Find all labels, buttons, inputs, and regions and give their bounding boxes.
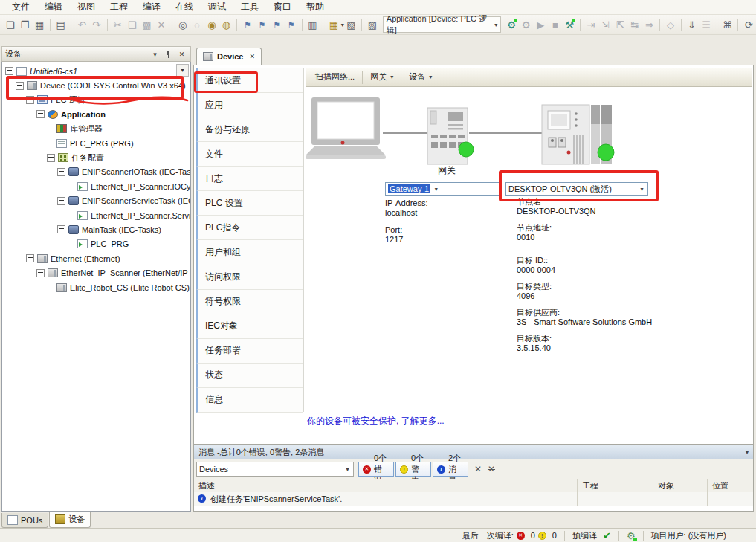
nav-access-rights[interactable]: 访问权限 (196, 265, 303, 290)
nav-iec-objects[interactable]: IEC对象 (196, 314, 303, 339)
collapse-icon[interactable] (57, 168, 65, 176)
collapse-icon[interactable] (16, 82, 24, 90)
tree-filter-dropdown-icon[interactable]: ▾ (176, 64, 189, 77)
column-object[interactable]: 对象 (658, 480, 674, 491)
messages-header[interactable]: 消息 -总计0个错误, 0警告, 2条消息 ▾ (194, 445, 753, 459)
collapse-icon[interactable] (47, 154, 55, 162)
watchlist-icon[interactable]: ☰ (700, 18, 713, 32)
tab-devices[interactable]: 设备 (49, 512, 91, 528)
nav-communication-settings[interactable]: 通讯设置 (196, 68, 303, 93)
paste-icon[interactable]: ▩ (140, 18, 154, 32)
menu-online[interactable]: 在线 (168, 0, 201, 15)
messages-toggle-button[interactable]: 2个消息 (433, 462, 468, 477)
dropdown-icon[interactable]: ▾ (636, 183, 647, 195)
menu-build[interactable]: 编译 (135, 0, 168, 15)
dropdown-icon[interactable]: ▾ (342, 462, 353, 476)
collapse-icon[interactable] (5, 67, 13, 75)
collapse-icon[interactable] (57, 197, 65, 205)
save-icon[interactable]: ▦ (33, 18, 46, 32)
tree-item-task-configuration[interactable]: 任务配置 (2, 150, 190, 164)
incremental-search-icon[interactable]: ◌ (190, 18, 204, 32)
panel-dropdown-icon[interactable]: ▾ (149, 49, 161, 59)
tree-item-device[interactable]: Device (CODESYS Control Win V3 x64) (2, 78, 190, 92)
tree-item-plc-prg-call[interactable]: PLC_PRG (2, 237, 190, 251)
tree-item-main-task[interactable]: MainTask (IEC-Tasks) (2, 222, 190, 236)
collapse-icon[interactable] (26, 96, 34, 104)
find-icon[interactable]: ◎ (176, 18, 190, 32)
menu-view[interactable]: 视图 (70, 0, 103, 15)
menu-edit[interactable]: 编辑 (37, 0, 70, 15)
tree-item-enip-service-task[interactable]: ENIPScannerServiceTask (IEC-Tasks) (2, 194, 190, 208)
collapse-icon[interactable] (36, 110, 45, 118)
collapse-icon[interactable] (36, 269, 45, 277)
bookmark-toggle-icon[interactable]: ⚑ (241, 18, 254, 32)
nav-applications[interactable]: 应用 (196, 93, 303, 117)
copy-icon[interactable]: ❑ (126, 18, 139, 32)
menu-window[interactable]: 窗口 (266, 0, 299, 15)
generate-code-icon[interactable]: ▧ (345, 18, 358, 32)
nav-information[interactable]: 信息 (196, 388, 303, 413)
nav-files[interactable]: 文件 (196, 142, 303, 167)
tree-item-plc-logic[interactable]: PLC 逻辑 (2, 93, 190, 107)
find-in-project-icon[interactable]: ◉ (205, 18, 219, 32)
menu-debug[interactable]: 调试 (201, 0, 233, 15)
message-row[interactable]: 创建任务'ENIPScannerServiceTask'. (194, 492, 753, 506)
target-device-select[interactable]: DESKTOP-OLTV3QN (激活) ▾ (505, 182, 648, 196)
nav-backup-restore[interactable]: 备份与还原 (196, 117, 303, 142)
device-menu-button[interactable]: 设备▾ (404, 70, 437, 84)
dropdown-icon[interactable]: ▾ (430, 183, 442, 195)
start-icon[interactable]: ▶ (534, 18, 547, 32)
messages-header-dropdown-icon[interactable]: ▾ (746, 449, 749, 456)
tree-item-project[interactable]: Untitled6-cs1 (2, 64, 190, 78)
undo-icon[interactable]: ↶ (75, 18, 88, 32)
menu-tools[interactable]: 工具 (233, 0, 266, 15)
tree-item-plc-prg[interactable]: PLC_PRG (PRG) (2, 136, 190, 150)
bookmark-prev-icon[interactable]: ⚑ (270, 18, 283, 32)
cut-icon[interactable]: ✂ (111, 18, 124, 32)
stop-icon[interactable]: ■ (549, 18, 562, 32)
scan-network-button[interactable]: 扫描网络... (310, 70, 360, 84)
panel-pin-icon[interactable] (163, 49, 174, 59)
open-project-icon[interactable]: ❐ (19, 18, 32, 32)
compare-icon[interactable]: ▥ (306, 18, 320, 32)
logout-icon[interactable]: ⚙ (520, 18, 533, 32)
tree-item-enip-io-task[interactable]: ENIPScannerIOTask (IEC-Tasks) (2, 165, 190, 179)
messages-category-select[interactable]: Devices ▾ (196, 462, 354, 477)
breakpoint-settings-icon[interactable]: ⚒ (563, 18, 577, 32)
single-cycle-icon[interactable]: ↹ (628, 18, 642, 32)
new-project-icon[interactable]: ❏ (4, 18, 17, 32)
tree-item-ethernet-ip-scanner[interactable]: EtherNet_IP_Scanner (EtherNet/IP Scanner… (2, 265, 190, 280)
refresh-check-icon[interactable]: ⟳ (742, 18, 755, 32)
replace-in-project-icon[interactable]: ◍ (220, 18, 233, 32)
tab-pous[interactable]: POUs (1, 513, 48, 528)
gateway-menu-button[interactable]: 网关▾ (365, 70, 398, 84)
reset-icon[interactable]: ◇ (664, 18, 677, 32)
column-position[interactable]: 位置 (712, 480, 728, 491)
menu-project[interactable]: 工程 (103, 0, 135, 15)
step-out-icon[interactable]: ⇱ (613, 18, 627, 32)
security-info-link[interactable]: 你的设备可被安全保护, 了解更多... (307, 416, 445, 426)
tree-item-application[interactable]: Application (2, 107, 190, 121)
errors-toggle-button[interactable]: 0个错误 (358, 462, 394, 477)
menu-file[interactable]: 文件 (4, 0, 37, 15)
tree-item-ethernet[interactable]: Ethernet (Ethernet) (2, 251, 190, 265)
tab-close-icon[interactable]: ✕ (249, 53, 255, 60)
column-description[interactable]: 描述 (198, 480, 215, 491)
login-icon[interactable]: ⚙ (505, 18, 518, 32)
bookmark-clear-icon[interactable]: ⚑ (285, 18, 298, 32)
menu-help[interactable]: 帮助 (299, 0, 332, 15)
step-over-icon[interactable]: ⇥ (584, 18, 598, 32)
tree-item-elite-robot[interactable]: Elite_Robot_CS (Elite Robot CS) (2, 280, 190, 294)
nav-symbol-rights[interactable]: 符号权限 (196, 290, 303, 314)
tree-item-library-manager[interactable]: 库管理器 (2, 122, 190, 136)
panel-close-icon[interactable]: ✕ (176, 49, 187, 59)
column-project[interactable]: 工程 (582, 480, 598, 491)
nav-plc-settings[interactable]: PLC 设置 (196, 191, 303, 216)
store-cart-icon[interactable]: ⌘ (721, 18, 734, 32)
download-all-icon[interactable]: ⇓ (685, 18, 699, 32)
tree-item-service-cycle[interactable]: EtherNet_IP_Scanner.ServiceCycle (2, 208, 190, 222)
print-icon[interactable]: ▤ (54, 18, 68, 32)
build-icon[interactable]: ▦ (327, 18, 340, 32)
nav-task-deployment[interactable]: 任务部署 (196, 339, 303, 364)
build-dropdown-icon[interactable]: ▾ (341, 22, 344, 28)
